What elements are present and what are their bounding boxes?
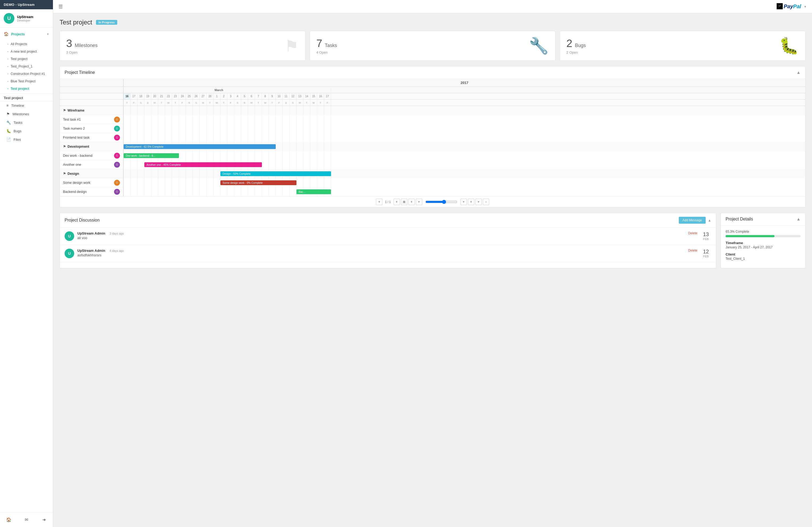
- gantt-prev-btn[interactable]: +: [376, 199, 382, 205]
- gantt-cell-gantt-body-backdesign-8: [179, 187, 186, 196]
- sidebar-item-test-project-active[interactable]: Test project: [0, 85, 53, 92]
- client-value: Test_Client_1: [726, 257, 800, 260]
- gantt-cell-gantt-body-backdesign-19: [255, 187, 262, 196]
- details-collapse-button[interactable]: ▲: [796, 217, 800, 222]
- gantt-zoom-out2-btn[interactable]: +: [468, 199, 474, 205]
- gantt-cell-gantt-body-task1-13: [214, 115, 220, 124]
- another-name: Another one: [63, 163, 81, 167]
- somedesign-avatar: U: [114, 180, 120, 186]
- message-author-1: UpStream Admin: [77, 249, 105, 253]
- gantt-cell-gantt-body-task3-8: [179, 133, 186, 142]
- gantt-ctrl-plus[interactable]: +: [475, 199, 482, 205]
- gantt-zoom-in-btn[interactable]: +: [461, 199, 467, 205]
- gantt-cell-gantt-body-wireframe-group-3: [144, 106, 151, 115]
- timeline-collapse-button[interactable]: ▲: [796, 70, 800, 75]
- gantt-zoom-btn[interactable]: ⊕: [401, 199, 407, 205]
- bottom-home-button[interactable]: 🏠: [0, 515, 17, 524]
- gantt-cell-gantt-body-another-25: [296, 160, 303, 169]
- menu-button[interactable]: ☰: [58, 4, 63, 10]
- gantt-cell-gantt-body-design-group-7: [172, 169, 179, 178]
- gantt-cell-gantt-body-wireframe-group-25: [296, 106, 303, 115]
- gantt-cell-gantt-body-task2-20: [262, 124, 269, 133]
- gantt-cell-gantt-body-devback-16: [234, 151, 241, 160]
- milestones-stat-card: 3 Milestones 3 Open ⚑: [60, 31, 305, 61]
- gantt-cell-gantt-body-backdesign-1: [131, 187, 137, 196]
- sidebar-item-all-projects[interactable]: All Projects: [0, 40, 53, 48]
- gantt-cell-gantt-body-dev-group-25: [296, 142, 303, 151]
- gantt-cell-gantt-body-backdesign-23: [282, 187, 290, 196]
- user-name: UpStream: [17, 15, 33, 19]
- gantt-cell-gantt-body-task1-26: [303, 115, 310, 124]
- gantt-export-btn[interactable]: +: [416, 199, 422, 205]
- gantt-cell-gantt-body-somedesign-25: [296, 178, 303, 187]
- gantt-fit-btn[interactable]: +: [408, 199, 415, 205]
- gantt-cell-gantt-body-task2-2: [137, 124, 144, 133]
- sidebar-item-milestones[interactable]: ⚑ Milestones: [0, 110, 53, 118]
- gantt-container: ⚑ Wireframe Test task #1 U Task numero 2…: [60, 79, 806, 207]
- gantt-day-29: 17: [324, 93, 331, 99]
- gantt-cell-gantt-body-task3-6: [165, 133, 172, 142]
- gantt-cell-gantt-body-somedesign-4: [151, 178, 158, 187]
- gantt-cell-gantt-body-task2-3: [144, 124, 151, 133]
- gantt-next-btn[interactable]: +: [393, 199, 400, 205]
- gantt-ctrl-minus[interactable]: −: [483, 199, 489, 205]
- gantt-label-year-header: [60, 79, 123, 87]
- bottom-logout-button[interactable]: ➜: [35, 515, 53, 524]
- message-delete-1[interactable]: Delete: [688, 249, 697, 258]
- gantt-cell-gantt-body-task1-27: [310, 115, 317, 124]
- task2-avatar: U: [114, 126, 120, 132]
- sidebar-item-construction-project[interactable]: Construction Project #1: [0, 70, 53, 78]
- gantt-dayname-8: F: [179, 100, 186, 106]
- gantt-cell-gantt-body-task2-6: [165, 124, 172, 133]
- sidebar-item-test-project-1[interactable]: Test_Project_1: [0, 63, 53, 70]
- gantt-cell-gantt-body-task1-0: [124, 115, 131, 124]
- gantt-dayname-29: F: [324, 100, 331, 106]
- gantt-cell-gantt-body-wireframe-group-22: [276, 106, 282, 115]
- tasks-stat-left: 7 Tasks 4 Open: [316, 37, 337, 55]
- gantt-dayname-24: S: [290, 100, 296, 106]
- add-message-button[interactable]: Add Message: [679, 217, 706, 224]
- gantt-cell-gantt-body-somedesign-1: [131, 178, 137, 187]
- gantt-cell-gantt-body-task2-16: [234, 124, 241, 133]
- client-label: Client: [726, 252, 800, 256]
- sidebar-item-a-new-test-project[interactable]: A new test project: [0, 48, 53, 55]
- gantt-cell-gantt-body-task2-1: [131, 124, 137, 133]
- tasks-sublabel: 4 Open: [316, 50, 337, 55]
- message-author-0: UpStream Admin: [77, 231, 105, 235]
- message-delete-0[interactable]: Delete: [688, 231, 697, 241]
- gantt-month-header: March: [124, 87, 806, 93]
- sidebar-item-blue-test-project[interactable]: Blue Test Project: [0, 78, 53, 85]
- gantt-cell-gantt-body-somedesign-13: [214, 178, 220, 187]
- gantt-cell-gantt-body-another-23: [282, 160, 290, 169]
- gantt-cell-gantt-body-task2-13: [214, 124, 220, 133]
- message-date-0: 13 Feb: [700, 231, 711, 241]
- gantt-cell-gantt-body-task1-12: [207, 115, 214, 124]
- sidebar-item-tasks[interactable]: 🔧 Tasks: [0, 118, 53, 127]
- nav-item-projects[interactable]: 🏠 Projects ▼: [0, 29, 53, 39]
- sidebar-item-bugs[interactable]: 🐛 Bugs: [0, 127, 53, 135]
- discussion-collapse-icon[interactable]: ▲: [708, 219, 711, 222]
- gantt-cell-gantt-body-task2-10: [193, 124, 200, 133]
- gantt-day-23: 11: [282, 93, 290, 99]
- sidebar-item-test-project[interactable]: Test project: [0, 55, 53, 63]
- topbar-left: ☰: [58, 4, 63, 10]
- gantt-cell-gantt-body-task1-8: [179, 115, 186, 124]
- gantt-group-dev: ⚑ Development: [60, 142, 123, 151]
- gantt-cell-gantt-body-task1-17: [241, 115, 248, 124]
- dev-group-bar: Development - 62.5% Complete: [124, 144, 276, 149]
- sidebar-item-timeline[interactable]: ≡ Timeline: [0, 101, 53, 110]
- message-body-0: UpStream Admin 3 days ago ali voo: [77, 231, 685, 241]
- gantt-cell-gantt-body-another-2: [137, 160, 144, 169]
- sidebar-item-files[interactable]: 📄 Files: [0, 135, 53, 144]
- gantt-month-march: March: [214, 88, 331, 92]
- bottom-mail-button[interactable]: ✉: [17, 515, 35, 524]
- gantt-cell-gantt-body-task3-18: [248, 133, 255, 142]
- gantt-cell-gantt-body-task1-1: [131, 115, 137, 124]
- gantt-zoom-slider[interactable]: [425, 200, 457, 204]
- task3-name: Frontend test task: [63, 136, 90, 139]
- paypal-dropdown-arrow[interactable]: ▼: [804, 5, 807, 8]
- gantt-cell-gantt-body-task3-3: [144, 133, 151, 142]
- gantt-cell-gantt-body-backdesign-21: [269, 187, 276, 196]
- gantt-cell-gantt-body-dev-group-29: [324, 142, 331, 151]
- gantt-cell-gantt-body-task3-28: [317, 133, 324, 142]
